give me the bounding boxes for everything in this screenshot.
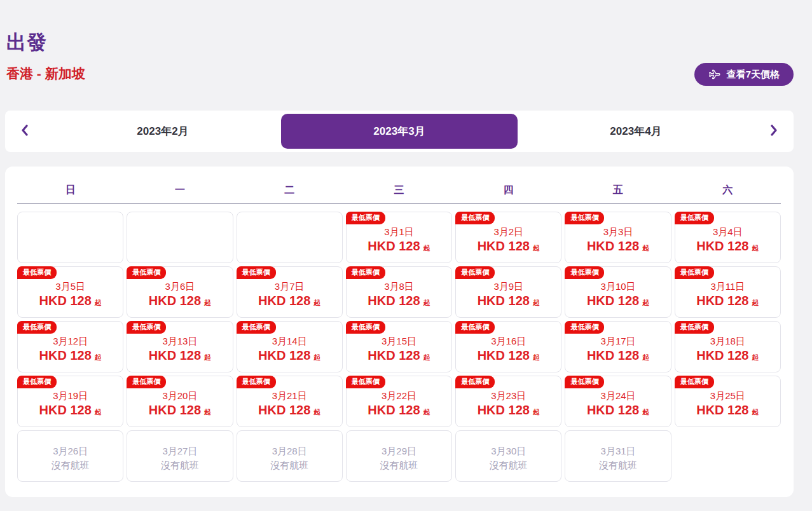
calendar-day-fare[interactable]: 最低票價3月5日HKD 128起: [17, 266, 123, 318]
calendar-day-fare[interactable]: 最低票價3月3日HKD 128起: [565, 212, 671, 263]
cell-date: 3月21日: [272, 389, 307, 403]
view-7day-prices-label: 查看7天價格: [727, 69, 780, 81]
price-from-suffix: 起: [423, 408, 430, 416]
no-flight-label: 沒有航班: [490, 458, 528, 472]
prev-month-chevron[interactable]: [5, 111, 45, 152]
tab-month-next[interactable]: 2023年4月: [518, 111, 754, 152]
cell-date: 3月1日: [384, 225, 414, 239]
calendar-day-fare[interactable]: 最低票價3月17日HKD 128起: [565, 321, 671, 372]
lowest-fare-badge: 最低票價: [455, 321, 495, 334]
calendar-day-fare[interactable]: 最低票價3月18日HKD 128起: [675, 321, 781, 372]
day-header: 二: [237, 183, 343, 197]
fare-calendar-card: 日一二三四五六 最低票價3月1日HKD 128起最低票價3月2日HKD 128起…: [5, 167, 794, 497]
price-from-suffix: 起: [533, 408, 540, 416]
lowest-fare-badge: 最低票價: [565, 376, 604, 388]
calendar-day-fare[interactable]: 最低票價3月2日HKD 128起: [455, 212, 561, 263]
cell-date: 3月29日: [382, 444, 416, 458]
cell-date: 3月26日: [53, 444, 88, 458]
lowest-fare-badge: 最低票價: [17, 376, 57, 388]
cell-date: 3月5日: [55, 280, 85, 294]
calendar-day-fare[interactable]: 最低票價3月7日HKD 128起: [237, 266, 343, 318]
no-flight-label: 沒有航班: [599, 458, 637, 472]
lowest-fare-badge: 最低票價: [455, 266, 495, 279]
page-title: 出發: [6, 29, 47, 56]
calendar-day-noflight: 3月31日沒有航班: [565, 430, 671, 482]
tab-month-prev[interactable]: 2023年2月: [45, 111, 281, 152]
tab-month-selected[interactable]: 2023年3月: [281, 114, 518, 149]
price-from-suffix: 起: [642, 299, 649, 306]
no-flight-label: 沒有航班: [270, 458, 308, 472]
day-header-row: 日一二三四五六: [17, 183, 781, 197]
calendar-day-fare[interactable]: 最低票價3月8日HKD 128起: [346, 266, 452, 318]
cell-price: HKD 128起: [696, 402, 759, 418]
calendar-day-noflight: 3月29日沒有航班: [346, 430, 452, 482]
cell-date: 3月15日: [382, 334, 416, 348]
calendar-day-fare[interactable]: 最低票價3月20日HKD 128起: [127, 376, 233, 427]
cell-price: HKD 128起: [258, 402, 320, 418]
price-from-suffix: 起: [204, 408, 211, 416]
next-month-chevron[interactable]: [754, 111, 794, 152]
day-header: 一: [127, 183, 233, 197]
calendar-day-fare[interactable]: 最低票價3月22日HKD 128起: [346, 376, 452, 427]
price-from-suffix: 起: [642, 408, 649, 416]
lowest-fare-badge: 最低票價: [675, 376, 714, 388]
lowest-fare-badge: 最低票價: [675, 321, 714, 334]
cell-date: 3月22日: [382, 389, 416, 403]
calendar-day-fare[interactable]: 最低票價3月9日HKD 128起: [455, 266, 561, 318]
route-subtitle: 香港 - 新加坡: [6, 65, 85, 83]
calendar-day-fare[interactable]: 最低票價3月13日HKD 128起: [127, 321, 233, 372]
calendar-day-fare[interactable]: 最低票價3月4日HKD 128起: [675, 212, 781, 263]
lowest-fare-badge: 最低票價: [455, 212, 495, 224]
chevron-left-icon: [20, 125, 30, 138]
day-header: 四: [455, 183, 561, 197]
view-7day-prices-button[interactable]: 查看7天價格: [694, 63, 794, 86]
price-from-suffix: 起: [423, 353, 430, 361]
cell-price: HKD 128起: [478, 293, 540, 308]
lowest-fare-badge: 最低票價: [127, 376, 166, 388]
cell-date: 3月23日: [491, 389, 526, 403]
cell-date: 3月12日: [53, 334, 88, 348]
cell-date: 3月19日: [53, 389, 88, 403]
calendar-day-fare[interactable]: 最低票價3月15日HKD 128起: [346, 321, 452, 372]
lowest-fare-badge: 最低票價: [17, 321, 57, 334]
cell-price: HKD 128起: [368, 402, 430, 418]
cell-price: HKD 128起: [39, 402, 102, 418]
cell-date: 3月24日: [601, 389, 636, 403]
price-from-suffix: 起: [533, 299, 540, 306]
calendar-cell-empty: [237, 212, 343, 263]
cell-price: HKD 128起: [587, 293, 649, 308]
calendar-day-fare[interactable]: 最低票價3月11日HKD 128起: [675, 266, 781, 318]
calendar-day-fare[interactable]: 最低票價3月1日HKD 128起: [346, 212, 452, 263]
lowest-fare-badge: 最低票價: [237, 376, 276, 388]
page: { "header": { "title": "出發", "route": "香…: [0, 0, 812, 511]
lowest-fare-badge: 最低票價: [675, 212, 714, 224]
cell-price: HKD 128起: [478, 402, 540, 418]
header: 出發 香港 - 新加坡 查看7天價格: [0, 0, 812, 111]
price-from-suffix: 起: [423, 299, 430, 306]
cell-date: 3月8日: [384, 280, 414, 294]
cell-price: HKD 128起: [149, 348, 211, 363]
day-header: 三: [346, 183, 452, 197]
price-from-suffix: 起: [95, 299, 102, 306]
price-from-suffix: 起: [752, 353, 759, 361]
calendar-day-fare[interactable]: 最低票價3月10日HKD 128起: [565, 266, 671, 318]
price-from-suffix: 起: [642, 244, 649, 252]
calendar-day-fare[interactable]: 最低票價3月14日HKD 128起: [237, 321, 343, 372]
price-from-suffix: 起: [204, 353, 211, 361]
calendar-day-fare[interactable]: 最低票價3月16日HKD 128起: [455, 321, 561, 372]
cell-price: HKD 128起: [39, 293, 102, 308]
month-tabs-bar: 2023年2月 2023年3月 2023年4月: [5, 111, 794, 152]
calendar-day-fare[interactable]: 最低票價3月12日HKD 128起: [17, 321, 123, 372]
cell-price: HKD 128起: [478, 238, 540, 254]
calendar-day-fare[interactable]: 最低票價3月25日HKD 128起: [675, 376, 781, 427]
cell-date: 3月3日: [603, 225, 633, 239]
calendar-day-fare[interactable]: 最低票價3月6日HKD 128起: [127, 266, 233, 318]
calendar-day-fare[interactable]: 最低票價3月19日HKD 128起: [17, 376, 123, 427]
calendar-day-fare[interactable]: 最低票價3月23日HKD 128起: [455, 376, 561, 427]
day-header: 日: [17, 183, 123, 197]
cell-date: 3月13日: [162, 334, 197, 348]
calendar-day-fare[interactable]: 最低票價3月21日HKD 128起: [237, 376, 343, 427]
price-from-suffix: 起: [204, 299, 211, 306]
calendar-day-fare[interactable]: 最低票價3月24日HKD 128起: [565, 376, 671, 427]
cell-price: HKD 128起: [368, 238, 430, 254]
